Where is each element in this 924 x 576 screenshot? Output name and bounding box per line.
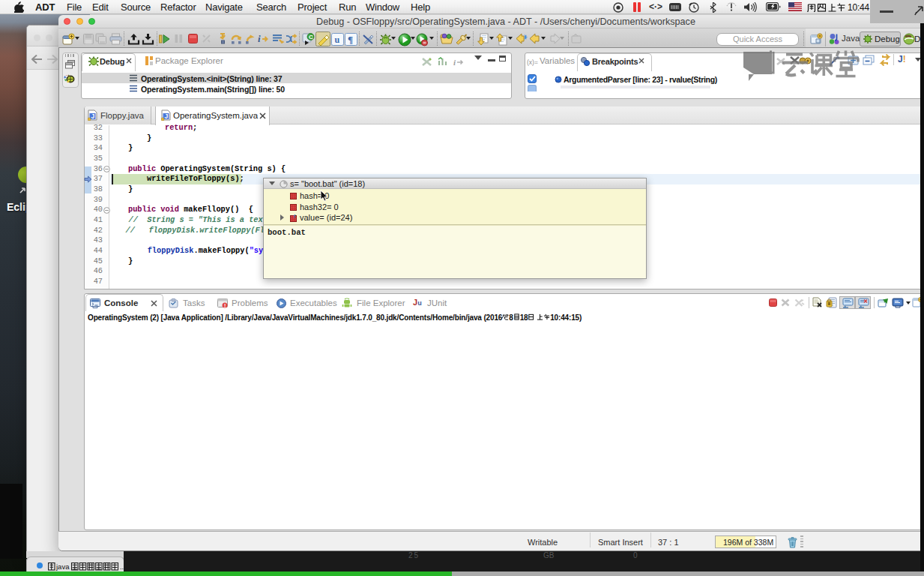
svg-text:(x)=: (x)=	[527, 58, 538, 66]
svg-text:J: J	[91, 112, 95, 120]
svg-text:i: i	[453, 58, 456, 67]
svg-text:C: C	[309, 34, 313, 40]
svg-text:J: J	[165, 112, 169, 120]
svg-text:u: u	[335, 34, 340, 45]
svg-text:i: i	[258, 33, 261, 44]
svg-text:!: !	[224, 303, 226, 308]
svg-text:¶: ¶	[348, 34, 353, 45]
svg-text:java: java	[55, 562, 70, 571]
